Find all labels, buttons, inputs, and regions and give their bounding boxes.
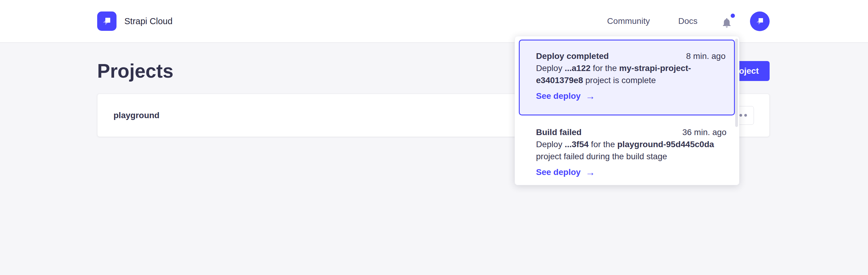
- bell-icon: [721, 17, 733, 29]
- notification-timestamp: 36 min. ago: [682, 126, 726, 138]
- top-nav: Community Docs: [607, 11, 770, 31]
- body-text: Deploy: [536, 140, 565, 149]
- notification-timestamp: 8 min. ago: [686, 50, 725, 62]
- deploy-id: ...3f54: [565, 140, 589, 149]
- see-deploy-link[interactable]: See deploy →: [536, 90, 725, 102]
- notifications-panel: Deploy completed 8 min. ago Deploy ...a1…: [515, 36, 739, 185]
- brand-label: Strapi Cloud: [124, 16, 173, 26]
- notification-title: Deploy completed: [536, 50, 609, 62]
- panel-scrollbar-thumb[interactable]: [735, 39, 738, 127]
- body-text: for the: [589, 140, 617, 149]
- strapi-logo-icon: [97, 11, 117, 31]
- notification-item-build-failed[interactable]: Build failed 36 min. ago Deploy ...3f54 …: [515, 115, 739, 178]
- notifications-bell-button[interactable]: [720, 13, 734, 29]
- body-text: for the: [591, 63, 619, 73]
- strapi-avatar-icon: [754, 16, 765, 27]
- project-name: playground: [114, 111, 159, 120]
- notification-item-deploy-completed[interactable]: Deploy completed 8 min. ago Deploy ...a1…: [519, 39, 735, 115]
- deploy-id: ...a122: [565, 63, 591, 73]
- see-deploy-label: See deploy: [536, 166, 581, 178]
- arrow-right-icon: →: [586, 166, 595, 178]
- body-text: project is complete: [583, 76, 656, 85]
- notification-title: Build failed: [536, 126, 582, 138]
- unread-dot-icon: [731, 13, 735, 18]
- user-avatar[interactable]: [750, 11, 770, 31]
- brand[interactable]: Strapi Cloud: [97, 11, 173, 31]
- nav-link-docs[interactable]: Docs: [678, 16, 698, 26]
- notification-header-row: Build failed 36 min. ago: [536, 126, 726, 138]
- notification-body: Deploy ...3f54 for the playground-95d445…: [536, 138, 726, 163]
- page-title: Projects: [97, 60, 174, 82]
- see-deploy-link[interactable]: See deploy →: [536, 166, 726, 178]
- nav-link-community[interactable]: Community: [607, 16, 650, 26]
- arrow-right-icon: →: [586, 90, 595, 102]
- see-deploy-label: See deploy: [536, 90, 581, 102]
- notification-body: Deploy ...a122 for the my-strapi-project…: [536, 62, 725, 86]
- body-text: Deploy: [536, 63, 565, 73]
- body-text: project failed during the build stage: [536, 152, 667, 161]
- notification-header-row: Deploy completed 8 min. ago: [536, 50, 725, 62]
- project-id: playground-95d445c0da: [617, 140, 714, 149]
